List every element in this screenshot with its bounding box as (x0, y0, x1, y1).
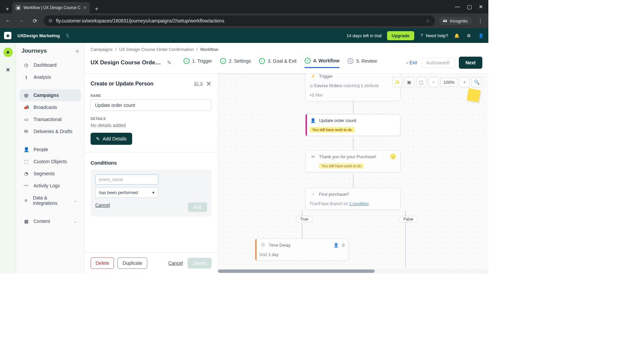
workspace-name[interactable]: UXDesign Marketing (17, 33, 60, 38)
content-icon: ▦ (23, 219, 30, 224)
help-link[interactable]: ？ Need help? (420, 33, 448, 39)
incognito-badge[interactable]: 🕶 Incognito (439, 17, 472, 25)
zoom-level[interactable]: 100% (440, 78, 458, 87)
cube-icon: ⬚ (23, 159, 30, 164)
event-name-input[interactable] (95, 174, 158, 185)
false-branch-label: False (399, 216, 418, 223)
campaign-title: UX Design Course Order Confir... (91, 59, 161, 66)
segments-icon: ◔ (23, 171, 30, 176)
back-icon[interactable]: ← (3, 16, 13, 25)
incognito-icon: 🕶 (443, 18, 447, 23)
sidebar-item-analysis[interactable]: ⫿Analysis (19, 71, 81, 83)
update-order-node[interactable]: 👤Update order count You still have work … (305, 114, 400, 136)
condition-add-button[interactable]: Add (188, 202, 207, 212)
bolt-icon: ⚡ (310, 74, 316, 79)
rail-other-icon[interactable]: ✖ (3, 65, 13, 74)
upgrade-button[interactable]: Upgrade (387, 31, 414, 40)
sidebar-item-activity-logs[interactable]: 〰Activity Logs (19, 180, 81, 192)
time-delay-node[interactable]: ⏱ Time Delay 👤 0 Wait 1 day (255, 239, 349, 261)
exit-link[interactable]: ‹Exit (407, 60, 417, 65)
sticky-note[interactable] (467, 88, 481, 102)
delete-action-button[interactable]: Delete (91, 257, 114, 269)
url-text: fly.customer.io/workspaces/160831/journe… (56, 18, 224, 23)
step-review[interactable]: 55. Review (347, 58, 377, 68)
condition-cancel-link[interactable]: Cancel (95, 202, 110, 212)
sidebar-item-content[interactable]: ▦Content⌄ (19, 215, 81, 227)
trigger-node[interactable]: ⚡Trigger ◎ Course Orders matching 1 attr… (305, 74, 400, 101)
tab-dropdown-icon[interactable]: ▾ (3, 4, 12, 13)
zoom-out-icon[interactable]: − (428, 77, 438, 87)
megaphone-icon: 📣 (23, 105, 30, 110)
transactional-icon: ▭ (23, 117, 30, 122)
person-count-icon: 👤 (333, 242, 339, 248)
step-trigger[interactable]: ✓1. Trigger (183, 58, 212, 68)
sidebar-item-dashboard[interactable]: ◷Dashboard (19, 59, 81, 71)
sticky-note-icon[interactable]: ▢ (416, 77, 426, 87)
check-icon: ✓ (183, 58, 190, 64)
condition-link[interactable]: 1 condition (349, 201, 369, 206)
close-tab-icon[interactable]: ✕ (83, 5, 87, 10)
check-icon: ✓ (259, 58, 265, 64)
app-logo-icon[interactable]: ◆ (4, 32, 11, 39)
notifications-icon[interactable]: 🔔 (453, 32, 460, 39)
panel-saved-button[interactable]: Saved (187, 258, 212, 268)
activity-icon: 〰 (23, 183, 30, 188)
settings-gear-icon[interactable]: ⚙ (466, 32, 472, 39)
help-icon: ？ (420, 33, 424, 39)
sidebar-item-broadcasts[interactable]: 📣Broadcasts (19, 101, 81, 113)
envelope-icon: ✉ (310, 153, 316, 160)
sidebar-item-segments[interactable]: ◔Segments (19, 168, 81, 180)
forward-icon[interactable]: → (17, 16, 26, 25)
branch-node[interactable]: ⑂First purchase? True/False Branch on 1 … (305, 188, 400, 210)
search-icon[interactable]: 🔍 (472, 77, 482, 87)
browser-menu-icon[interactable]: ⋮ (476, 16, 485, 25)
sidebar-item-transactional[interactable]: ▭Transactional (19, 113, 81, 125)
address-bar[interactable]: ⚙ fly.customer.io/workspaces/160831/jour… (44, 15, 435, 26)
action-name-input[interactable] (91, 100, 212, 111)
close-window-icon[interactable]: ✕ (479, 4, 483, 10)
lightbulb-icon: 💡 (390, 154, 396, 160)
step-goal-exit[interactable]: ✓3. Goal & Exit (259, 58, 297, 68)
workspace-switcher-icon[interactable]: ⇅ (66, 33, 69, 38)
ai-suggest-icon[interactable]: ✨ (392, 77, 402, 87)
account-icon[interactable]: 👤 (478, 32, 484, 39)
maximize-icon[interactable]: ▢ (467, 4, 472, 10)
clock-icon: ⏱ (259, 242, 266, 248)
chevron-down-icon: ⌄ (73, 198, 77, 203)
edit-title-icon[interactable]: ✎ (167, 60, 171, 66)
add-details-button[interactable]: ✎Add Details (91, 133, 132, 145)
check-icon: ✓ (305, 58, 311, 64)
condition-operator-select[interactable]: has been performed ▾ (95, 187, 158, 198)
breadcrumb-campaign-name[interactable]: UX Design Course Order Confirmation (119, 47, 194, 52)
gauge-icon: ◷ (23, 62, 30, 68)
reload-icon[interactable]: ⟳ (30, 16, 40, 25)
sidebar-item-custom-objects[interactable]: ⬚Custom Objects (19, 156, 81, 168)
sidebar-item-deliveries[interactable]: ✉Deliveries & Drafts (19, 125, 81, 137)
image-icon[interactable]: ▣ (404, 77, 414, 87)
site-info-icon[interactable]: ⚙ (48, 18, 53, 23)
next-button[interactable]: Next (459, 57, 482, 69)
panel-cancel-link[interactable]: Cancel (168, 260, 183, 266)
browser-tab[interactable]: ◆ Workflow | UX Design Course C ✕ (12, 2, 90, 13)
sidebar-item-people[interactable]: 👤People (19, 143, 81, 156)
duplicate-action-button[interactable]: Duplicate (117, 257, 147, 269)
sidebar-item-data-integrations[interactable]: ≡Data & Integrations⌄ (19, 192, 81, 209)
horizontal-scrollbar[interactable] (218, 269, 488, 274)
bookmark-star-icon[interactable]: ☆ (426, 18, 430, 23)
minimize-icon[interactable]: — (455, 4, 460, 10)
user-icon: 👤 (310, 117, 316, 124)
breadcrumb: Campaigns/ UX Design Course Order Confir… (85, 43, 488, 55)
step-workflow[interactable]: ✓4. Workflow (305, 58, 339, 68)
autosaved-badge: Autosaved! (421, 58, 455, 68)
breadcrumb-campaigns[interactable]: Campaigns (91, 47, 113, 52)
collapse-sidebar-icon[interactable]: « (76, 48, 79, 54)
action-id-link[interactable]: ID: 8 (194, 81, 203, 86)
zoom-in-icon[interactable]: ＋ (460, 77, 470, 87)
rail-journeys-icon[interactable]: ✦ (3, 48, 13, 57)
workflow-canvas[interactable]: ✨ ▣ ▢ − 100% ＋ 🔍 ⚡Trigger (218, 74, 488, 274)
sidebar-item-campaigns[interactable]: ◎Campaigns (19, 89, 81, 101)
thank-you-node[interactable]: ✉ Thank you for your Purchase! 💡 You sti… (305, 150, 400, 172)
step-settings[interactable]: ✓2. Settings (220, 58, 251, 68)
new-tab-button[interactable]: ＋ (92, 4, 101, 13)
close-panel-icon[interactable]: ✕ (206, 80, 212, 88)
